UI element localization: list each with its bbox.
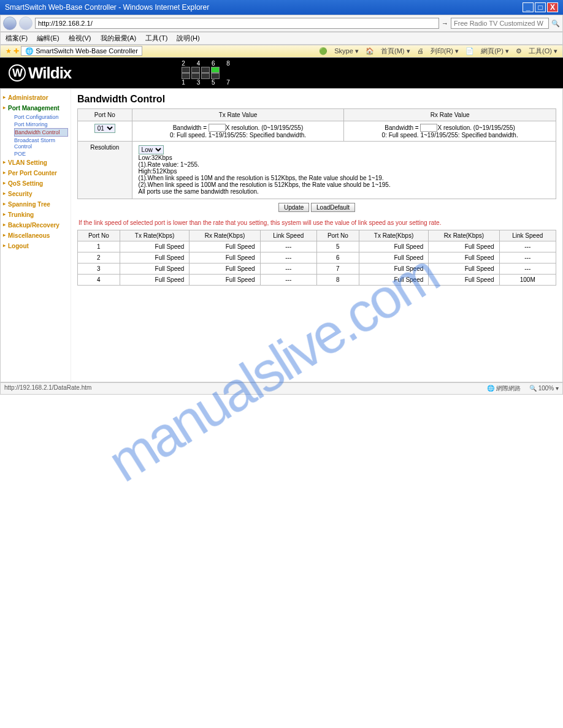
sidebar-item-logout[interactable]: Logout (3, 241, 68, 251)
page-button[interactable]: 📄 網頁(P) ▾ (465, 47, 509, 55)
menu-file[interactable]: 檔案(F) (6, 34, 28, 42)
resolution-select[interactable]: Low (139, 145, 164, 154)
sidebar-item-qos[interactable]: QoS Setting (3, 178, 68, 189)
skype-button[interactable]: 🟢 Skype ▾ (319, 47, 359, 55)
tx-rate-input[interactable] (209, 124, 226, 132)
minimize-button[interactable]: _ (523, 2, 534, 12)
table-row: 2 (78, 252, 120, 264)
th-port: Port No (78, 109, 132, 121)
menu-fav[interactable]: 我的最愛(A) (101, 34, 137, 42)
port-nums-bot: 1 3 5 7 (182, 79, 235, 86)
sidebar-item-counter[interactable]: Per Port Counter (3, 168, 68, 178)
app-header: WWildix 2 4 6 8 1 3 5 7 (0, 58, 563, 88)
menu-view[interactable]: 檢視(V) (69, 34, 91, 42)
port-nums-top: 2 4 6 8 (182, 60, 235, 67)
sidebar-item-bandwidth[interactable]: Bandwidth Control (14, 128, 68, 137)
zone-icon: 🌐 (487, 385, 494, 392)
th-tx: Tx Rate Value (132, 109, 344, 121)
sidebar-item-poe[interactable]: POE (14, 150, 68, 157)
control-table: Port No Tx Rate Value Rx Rate Value 01 B… (77, 108, 556, 216)
search-input[interactable] (451, 18, 549, 29)
port-indicator: 2 4 6 8 1 3 5 7 (182, 60, 235, 86)
rx-cell: Bandwidth = X resolution. (0~19/195/255)… (344, 121, 556, 142)
add-fav-icon[interactable]: ✚ (13, 47, 19, 55)
close-button[interactable]: X (547, 2, 558, 12)
th-rx: Rx Rate Value (344, 109, 556, 121)
resolution-text: Low:32Kbps (1).Rate value: 1~255. High:5… (139, 154, 391, 195)
rx-rate-input[interactable] (420, 124, 437, 132)
page-title: Bandwidth Control (77, 94, 556, 105)
sidebar-item-broadcast[interactable]: Broadcast Storm Control (14, 137, 68, 150)
tools-button[interactable]: ⚙ 工具(O) ▾ (516, 47, 557, 55)
menu-help[interactable]: 說明(H) (177, 34, 199, 42)
logo: WWildix (9, 64, 71, 83)
warning-note: If the link speed of selected port is lo… (77, 216, 556, 230)
tab-bar: ★ ✚ 🌐 SmartSwitch Web-Base Controller 🟢 … (0, 45, 563, 58)
menu-edit[interactable]: 編輯(E) (37, 34, 59, 42)
search-icon[interactable]: 🔍 (551, 20, 560, 28)
sidebar-item-security[interactable]: Security (3, 189, 68, 199)
menu-tools[interactable]: 工具(T) (145, 34, 167, 42)
sidebar-item-admin[interactable]: Administrator (3, 93, 68, 103)
sidebar-item-portconfig[interactable]: Port Configuration (14, 113, 68, 121)
status-url: http://192.168.2.1/DataRate.htm (4, 384, 91, 393)
print-button[interactable]: 🖨 列印(R) ▾ (417, 47, 459, 55)
sidebar: Administrator Port Management Port Confi… (1, 89, 71, 382)
sidebar-item-vlan[interactable]: VLAN Setting (3, 157, 68, 168)
back-button[interactable] (3, 17, 17, 30)
main-content: Bandwidth Control Port No Tx Rate Value … (71, 89, 562, 382)
url-input[interactable] (35, 18, 439, 29)
window-buttons: _ □ X (523, 2, 558, 12)
loaddefault-button[interactable]: LoadDefault (311, 203, 355, 212)
sidebar-item-portmirror[interactable]: Port Mirroring (14, 121, 68, 128)
go-icon[interactable]: → (442, 20, 448, 27)
port-select[interactable]: 01 (94, 124, 115, 133)
forward-button[interactable] (19, 17, 33, 30)
zoom-level: 100% (538, 385, 554, 392)
tx-cell: Bandwidth = X resolution. (0~19/195/255)… (132, 121, 344, 142)
th-resolution: Resolution (78, 142, 132, 199)
resolution-cell: Low Low:32Kbps (1).Rate value: 1~255. Hi… (132, 142, 556, 199)
sidebar-item-backup[interactable]: Backup/Recovery (3, 220, 68, 230)
toolbar-right: 🟢 Skype ▾ 🏠 首頁(M) ▾ 🖨 列印(R) ▾ 📄 網頁(P) ▾ … (314, 47, 557, 56)
window-titlebar: SmartSwitch Web-Base Controller - Window… (0, 0, 563, 15)
update-button[interactable]: Update (278, 203, 309, 212)
maximize-button[interactable]: □ (535, 2, 546, 12)
home-button[interactable]: 🏠 首頁(M) ▾ (366, 47, 410, 55)
table-row: 1 (78, 241, 120, 252)
sidebar-item-misc[interactable]: Miscellaneous (3, 230, 68, 241)
sidebar-item-stp[interactable]: Spanning Tree (3, 199, 68, 210)
status-bar: http://192.168.2.1/DataRate.htm 🌐 網際網路 🔍… (0, 382, 563, 395)
table-row: 4 (78, 275, 120, 286)
table-row: 3 (78, 264, 120, 275)
window-title: SmartSwitch Web-Base Controller - Window… (5, 3, 209, 12)
fav-icon[interactable]: ★ (6, 47, 12, 55)
address-bar: → 🔍 (0, 15, 563, 32)
sidebar-item-trunk[interactable]: Trunking (3, 210, 68, 220)
menu-bar: 檔案(F) 編輯(E) 檢視(V) 我的最愛(A) 工具(T) 說明(H) (0, 32, 563, 45)
browser-tab[interactable]: 🌐 SmartSwitch Web-Base Controller (21, 46, 142, 56)
rates-table: Port NoTx Rate(Kbps)Rx Rate(Kbps)Link Sp… (77, 230, 556, 286)
sidebar-item-portmgmt[interactable]: Port Management (3, 103, 68, 113)
